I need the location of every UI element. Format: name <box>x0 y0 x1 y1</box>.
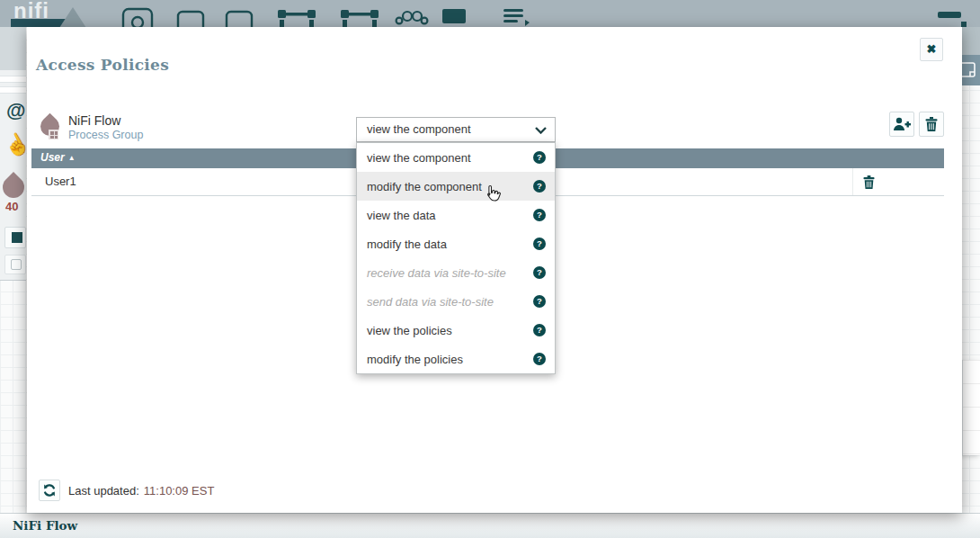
option-view-the-policies[interactable]: view the policies ? <box>357 316 555 345</box>
sort-ascending-icon: ▲ <box>68 154 76 162</box>
global-menu-icon[interactable] <box>938 12 961 18</box>
process-group-icon[interactable] <box>277 7 316 27</box>
last-updated-label: Last updated: <box>68 484 139 498</box>
help-icon[interactable]: ? <box>533 324 546 336</box>
dialog-footer: Last updated: 11:10:09 EST <box>39 480 214 501</box>
help-icon[interactable]: ? <box>533 238 546 250</box>
funnel-icon[interactable] <box>394 9 430 27</box>
user-column-header[interactable]: User <box>40 151 65 164</box>
dialog-title: Access Policies <box>36 56 169 74</box>
background-row-fragment <box>0 86 26 94</box>
operate-button-fragment[interactable] <box>4 255 26 274</box>
option-modify-the-component[interactable]: modify the component ? <box>357 172 555 201</box>
nifi-logo-drop-icon <box>59 7 86 27</box>
refresh-icon <box>42 483 57 498</box>
policy-select-value: view the component <box>367 118 471 141</box>
help-icon[interactable]: ? <box>533 209 546 221</box>
last-updated-value: 11:10:09 EST <box>144 484 215 498</box>
at-icon: @ <box>6 99 25 122</box>
copy-icon <box>11 259 22 270</box>
cell-divider <box>852 168 853 195</box>
process-group-grid-icon <box>49 130 58 139</box>
template-icon[interactable] <box>503 9 530 27</box>
user-cell: User1 <box>45 168 76 195</box>
delete-policy-button[interactable] <box>919 112 944 137</box>
breadcrumb-nifi-flow[interactable]: NiFi Flow <box>13 518 77 533</box>
background-fragment <box>0 27 26 70</box>
option-modify-the-data[interactable]: modify the data ? <box>357 229 555 258</box>
status-bar-fragment <box>962 27 980 55</box>
option-view-the-component[interactable]: view the component ? <box>357 143 555 172</box>
help-icon[interactable]: ? <box>533 353 546 365</box>
operate-button-fragment[interactable] <box>4 227 26 248</box>
policy-dropdown-list: view the component ? modify the componen… <box>356 142 556 374</box>
top-toolbar: nifi <box>0 0 980 27</box>
processor-icon[interactable] <box>121 7 154 27</box>
trash-icon <box>925 117 938 131</box>
help-icon[interactable]: ? <box>533 151 546 164</box>
actions-bar-fragment <box>962 55 980 85</box>
help-icon[interactable]: ? <box>533 295 546 308</box>
help-icon[interactable]: ? <box>533 266 546 279</box>
breadcrumb-bar: NiFi Flow <box>0 513 980 538</box>
policy-select[interactable]: view the component <box>356 117 556 142</box>
input-port-icon[interactable] <box>176 10 205 27</box>
gear-icon <box>12 232 22 243</box>
component-type-label: Process Group <box>68 129 143 141</box>
output-port-icon[interactable] <box>225 10 254 27</box>
label-icon[interactable] <box>442 9 466 27</box>
option-view-the-data[interactable]: view the data ? <box>357 201 555 229</box>
mouse-cursor-icon <box>482 184 501 210</box>
component-name: NiFi Flow <box>68 113 120 128</box>
trash-icon <box>863 175 875 189</box>
chevron-down-icon <box>535 127 547 134</box>
background-row-fragment <box>0 76 26 83</box>
add-user-button[interactable] <box>889 112 914 137</box>
help-icon[interactable]: ? <box>533 180 546 193</box>
refresh-button[interactable] <box>39 480 60 501</box>
option-send-data-via-site-to-site: send data via site-to-site ? <box>357 287 555 316</box>
option-modify-the-policies[interactable]: modify the policies ? <box>357 345 555 373</box>
add-user-icon <box>893 117 911 131</box>
operate-stat-value: 40 <box>5 200 18 213</box>
option-receive-data-via-site-to-site: receive data via site-to-site ? <box>357 258 555 287</box>
close-icon[interactable]: ✖ <box>920 38 943 61</box>
remove-user-button[interactable] <box>863 175 876 189</box>
background-panel-fragment <box>962 360 980 455</box>
nifi-logo-text: nifi <box>13 0 49 23</box>
remote-process-group-icon[interactable] <box>340 7 379 27</box>
